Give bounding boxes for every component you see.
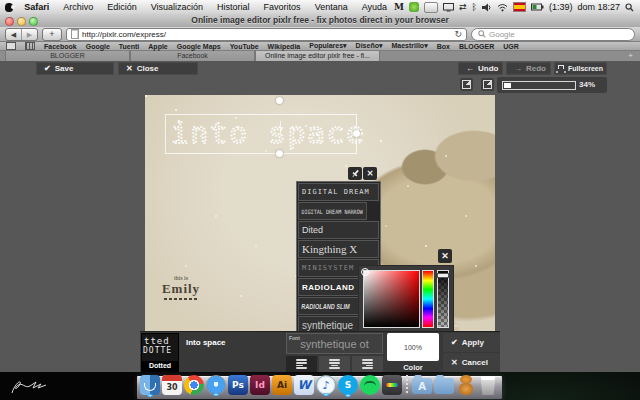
back-button[interactable]: ◀ — [6, 29, 21, 40]
menu-safari[interactable]: Safari — [17, 0, 56, 14]
menumeters-icon[interactable]: M — [394, 2, 404, 13]
adium-icon[interactable] — [409, 2, 419, 12]
resize-handle-bottom[interactable] — [276, 150, 283, 157]
font-menu-close-button[interactable]: ✕ — [363, 167, 377, 180]
menu-historial[interactable]: Historial — [210, 0, 257, 14]
sync-icon[interactable]: ⇄ — [459, 2, 467, 13]
wifi-icon[interactable] — [497, 2, 508, 13]
menu-ayuda[interactable]: Ayuda — [355, 0, 394, 14]
bookmark-google-maps[interactable]: Google Maps — [177, 43, 221, 50]
tab-pixlr-active[interactable]: Online image editor pixlr free - fi... — [255, 51, 380, 61]
dock-safari-icon[interactable] — [206, 375, 226, 395]
cancel-button[interactable]: ✕ Cancel — [443, 353, 500, 372]
font-select[interactable]: Font synthetique ot — [286, 333, 383, 354]
font-option-digital-dream[interactable]: DIGITAL DREAM — [298, 183, 379, 201]
top-sites-icon[interactable] — [25, 42, 35, 50]
dock-indesign-icon[interactable]: Id — [250, 375, 270, 395]
dock-trash-icon[interactable] — [478, 375, 498, 395]
bookmark-populares[interactable]: Populares▾ — [309, 42, 346, 50]
hue-bar[interactable] — [422, 270, 434, 328]
zoom-fit-button[interactable] — [460, 78, 473, 91]
dock-documents-folder-icon[interactable] — [434, 378, 454, 394]
apple-menu[interactable] — [0, 3, 17, 12]
text-input-value[interactable]: Into space — [186, 338, 226, 347]
color-picker-close-button[interactable]: ✕ — [438, 249, 452, 263]
align-center-button[interactable] — [319, 356, 350, 372]
pin-button[interactable] — [348, 167, 362, 180]
resize-handle-right[interactable] — [353, 130, 360, 137]
page-icon — [71, 29, 79, 39]
menu-ventana[interactable]: Ventana — [308, 0, 355, 14]
bookmark-diseno[interactable]: Diseño▾ — [356, 42, 383, 50]
dock: 30 Ps Id Ai W ♪ S A — [140, 373, 498, 395]
zoom-actual-button[interactable] — [481, 78, 494, 91]
dock-toy-icon[interactable] — [456, 375, 476, 395]
color-picker-cursor[interactable] — [361, 268, 369, 276]
font-preview-tile[interactable]: tted DOTTE Dotted — [141, 333, 179, 372]
redo-button[interactable]: → Redo — [506, 62, 551, 75]
bookmark-google[interactable]: Google — [86, 43, 110, 50]
align-right-button[interactable] — [352, 356, 383, 372]
bookmark-blogger[interactable]: BLOGGER — [459, 43, 494, 50]
running-indicator — [345, 394, 351, 397]
undo-button[interactable]: ← Undo — [458, 62, 503, 75]
tab-facebook[interactable]: Facebook — [130, 51, 255, 61]
bookmark-ugr[interactable]: UGR — [503, 43, 519, 50]
saturation-value-square[interactable] — [363, 270, 420, 328]
dock-word-icon[interactable]: W — [294, 375, 314, 395]
dock-calendar-icon[interactable]: 30 — [162, 375, 182, 395]
displays-icon[interactable] — [443, 2, 454, 13]
dock-finder-icon[interactable] — [140, 375, 160, 395]
zoom-slider[interactable] — [502, 81, 576, 90]
apply-button[interactable]: ✔ Apply — [443, 333, 500, 352]
close-button[interactable]: ✕ Close — [118, 62, 198, 75]
bookmark-wikipedia[interactable]: Wikipedia — [268, 43, 301, 50]
bookmark-youtube[interactable]: YouTube — [230, 43, 259, 50]
bookmark-tuenti[interactable]: Tuenti — [119, 43, 139, 50]
spanish-flag-icon[interactable] — [513, 2, 526, 12]
align-left-button[interactable] — [286, 356, 317, 372]
rotate-handle[interactable] — [276, 97, 283, 104]
input-source-icon[interactable] — [424, 2, 438, 13]
volume-icon[interactable] — [482, 2, 492, 13]
font-option-kingthing-x[interactable]: Kingthing X — [298, 240, 379, 258]
save-button[interactable]: ✔ Save — [36, 62, 114, 75]
dock-itunes-icon[interactable]: ♪ — [316, 375, 336, 395]
indesign-glyph: Id — [250, 375, 270, 395]
new-tab-button[interactable]: + — [42, 28, 62, 41]
menu-archivo[interactable]: Archivo — [56, 0, 100, 14]
menu-favoritos[interactable]: Favoritos — [257, 0, 308, 14]
dock-applications-folder-icon[interactable]: A — [412, 378, 432, 394]
zoom-slider-thumb[interactable] — [504, 83, 511, 88]
address-bar[interactable]: http://pixlr.com/express/ ↻ — [66, 28, 467, 41]
menu-edicion[interactable]: Edición — [100, 0, 144, 14]
reload-icon[interactable]: ↻ — [454, 29, 462, 39]
search-field[interactable]: Google — [471, 28, 635, 41]
text-selection-box[interactable] — [165, 114, 357, 154]
bookmark-box[interactable]: Box — [437, 43, 450, 50]
check-icon: ✔ — [44, 64, 51, 73]
dock-skype-icon[interactable]: S — [338, 375, 358, 395]
font-option-radioland-slim[interactable]: RADIOLAND SLIM — [298, 297, 363, 315]
alpha-thumb[interactable] — [437, 273, 449, 278]
dock-photo-booth-icon[interactable] — [382, 375, 402, 395]
forward-button[interactable]: ▶ — [21, 29, 37, 40]
dock-illustrator-icon[interactable]: Ai — [272, 375, 292, 395]
bookmark-maestrillo[interactable]: Maestrillo▾ — [391, 42, 427, 50]
dock-chrome-icon[interactable] — [184, 375, 204, 395]
dock-photoshop-icon[interactable]: Ps — [228, 375, 248, 395]
menu-visualizacion[interactable]: Visualización — [144, 0, 210, 14]
bookmarks-book-icon[interactable] — [6, 42, 16, 50]
alpha-bar[interactable] — [437, 270, 449, 328]
new-tab-plus[interactable]: + — [628, 51, 640, 61]
spotlight-icon[interactable] — [625, 2, 634, 13]
font-option-digital-dream-narrow[interactable]: DIGITAL DREAM NARROW — [298, 202, 367, 220]
fullscreen-button[interactable]: Fullscreen — [554, 62, 607, 75]
tab-blogger[interactable]: BLOGGER — [5, 51, 130, 61]
bookmark-apple[interactable]: Apple — [148, 43, 167, 50]
bluetooth-icon[interactable]: ᛒ — [472, 2, 477, 13]
bookmark-facebook[interactable]: Facebook — [44, 43, 77, 50]
color-swatch[interactable]: 100% — [387, 333, 439, 361]
dock-spotify-icon[interactable] — [360, 375, 380, 395]
font-option-dited[interactable]: Dited — [298, 221, 379, 239]
